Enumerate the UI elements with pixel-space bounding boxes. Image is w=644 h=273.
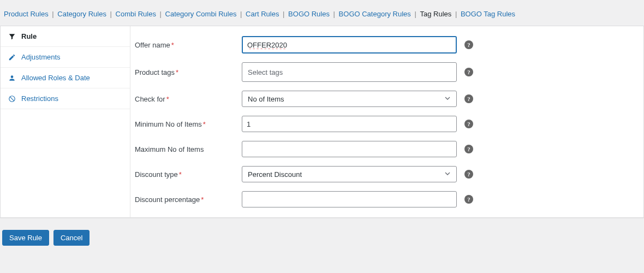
ban-icon (8, 95, 16, 103)
tab-bogo-tag-rules[interactable]: BOGO Tag Rules (459, 10, 517, 18)
tab-bogo-category-rules[interactable]: BOGO Category Rules (337, 10, 413, 18)
help-icon[interactable]: ? (464, 170, 473, 179)
check-for-select[interactable]: No of Items (242, 91, 457, 107)
funnel-icon (8, 33, 16, 40)
help-icon[interactable]: ? (464, 195, 473, 204)
help-icon[interactable]: ? (464, 120, 473, 128)
sidebar-item-rule[interactable]: Rule (1, 26, 130, 47)
tab-tag-rules[interactable]: Tag Rules (418, 10, 453, 18)
max-items-input[interactable] (242, 141, 457, 157)
sidebar-item-label: Rule (21, 32, 37, 40)
user-icon (8, 74, 16, 82)
check-for-label: Check for* (135, 95, 238, 103)
offer-name-label: Offer name* (135, 41, 238, 49)
discount-type-label: Discount type* (135, 170, 238, 179)
sidebar-item-label: Adjustments (21, 53, 61, 61)
discount-type-select[interactable]: Percent Discount (242, 166, 457, 182)
save-rule-button[interactable]: Save Rule (2, 230, 49, 246)
tab-category-rules[interactable]: Category Rules (56, 10, 108, 18)
tab-combi-rules[interactable]: Combi Rules (114, 10, 158, 18)
discount-percentage-input[interactable] (242, 191, 457, 207)
sidebar-item-restrictions[interactable]: Restrictions (1, 88, 130, 109)
sidebar-item-adjustments[interactable]: Adjustments (1, 47, 130, 68)
chevron-down-icon (443, 94, 452, 104)
help-icon[interactable]: ? (464, 94, 473, 103)
top-tab-nav: Product Rules | Category Rules | Combi R… (0, 0, 644, 26)
tab-product-rules[interactable]: Product Rules (2, 10, 50, 18)
action-buttons: Save Rule Cancel (0, 218, 644, 246)
help-icon[interactable]: ? (464, 145, 473, 153)
svg-line-1 (10, 96, 14, 100)
max-items-label: Maximum No of Items (135, 145, 238, 153)
help-icon[interactable]: ? (464, 68, 473, 76)
rule-panel: Rule Adjustments Allowed Roles & Date Re… (0, 26, 644, 218)
rule-form: Offer name* ? Product tags* Select tags … (130, 26, 643, 217)
min-items-label: Minimum No of Items* (135, 120, 238, 128)
tab-bogo-rules[interactable]: BOGO Rules (287, 10, 331, 18)
tab-cart-rules[interactable]: Cart Rules (244, 10, 281, 18)
discount-percentage-label: Discount percentage* (135, 195, 238, 204)
sidebar-item-label: Restrictions (21, 94, 58, 103)
chevron-down-icon (443, 169, 452, 180)
product-tags-input[interactable]: Select tags (242, 62, 457, 82)
cancel-button[interactable]: Cancel (53, 230, 90, 246)
side-tabs: Rule Adjustments Allowed Roles & Date Re… (1, 26, 130, 217)
sidebar-item-label: Allowed Roles & Date (21, 74, 90, 82)
offer-name-input[interactable] (242, 36, 457, 54)
min-items-input[interactable] (242, 116, 457, 132)
sidebar-item-allowed-roles-date[interactable]: Allowed Roles & Date (1, 68, 130, 88)
product-tags-label: Product tags* (135, 68, 238, 76)
pencil-icon (8, 54, 16, 61)
help-icon[interactable]: ? (464, 40, 473, 49)
tab-category-combi-rules[interactable]: Category Combi Rules (164, 10, 238, 18)
